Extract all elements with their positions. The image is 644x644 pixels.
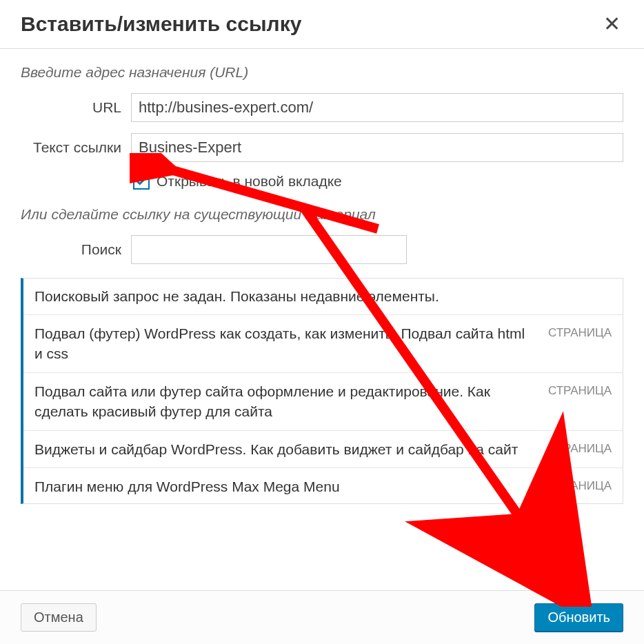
link-dialog: Вставить/изменить ссылку ✕ Введите адрес… — [0, 0, 644, 644]
result-type: СТРАНИЦА — [548, 476, 612, 493]
submit-button[interactable]: Обновить — [534, 603, 623, 632]
results-header: Поисковый запрос не задан. Показаны неда… — [23, 279, 623, 315]
existing-section-label: Или сделайте ссылку на существующий мате… — [21, 206, 623, 223]
result-title: Подвал (футер) WordPress как создать, ка… — [34, 323, 548, 364]
close-button[interactable]: ✕ — [601, 14, 623, 34]
dialog-header: Вставить/изменить ссылку ✕ — [0, 0, 644, 49]
close-icon: ✕ — [603, 12, 621, 35]
url-label: URL — [21, 99, 131, 116]
link-text-label: Текст ссылки — [21, 139, 131, 156]
link-text-row: Текст ссылки — [21, 133, 623, 162]
dialog-footer: Отмена Обновить — [0, 590, 644, 644]
url-input[interactable] — [131, 93, 623, 122]
result-title: Виджеты и сайдбар WordPress. Как добавит… — [34, 439, 548, 459]
result-title: Плагин меню для WordPress Max Mega Menu — [34, 476, 548, 496]
result-item[interactable]: Подвал (футер) WordPress как создать, ка… — [23, 315, 623, 373]
result-type: СТРАНИЦА — [548, 323, 612, 340]
check-icon — [135, 175, 148, 188]
dialog-body: Введите адрес назначения (URL) URL Текст… — [0, 49, 644, 590]
link-text-input[interactable] — [131, 133, 623, 162]
new-tab-row: Открывать в новой вкладке — [133, 173, 623, 190]
search-label: Поиск — [21, 241, 131, 258]
new-tab-checkbox[interactable] — [133, 173, 150, 190]
dialog-title: Вставить/изменить ссылку — [21, 12, 301, 36]
url-row: URL — [21, 93, 623, 122]
search-input[interactable] — [131, 235, 407, 264]
result-item[interactable]: Плагин меню для WordPress Max Mega Menu … — [23, 468, 623, 504]
cancel-button[interactable]: Отмена — [21, 603, 97, 632]
new-tab-label: Открывать в новой вкладке — [157, 173, 342, 190]
result-type: СТРАНИЦА — [548, 439, 612, 456]
result-item[interactable]: Подвал сайта или футер сайта оформление … — [23, 373, 623, 431]
result-type: СТРАНИЦА — [548, 381, 612, 398]
url-section-label: Введите адрес назначения (URL) — [21, 64, 623, 81]
result-item[interactable]: Виджеты и сайдбар WordPress. Как добавит… — [23, 431, 623, 468]
results-list[interactable]: Поисковый запрос не задан. Показаны неда… — [21, 278, 623, 504]
search-row: Поиск — [21, 235, 623, 264]
result-title: Подвал сайта или футер сайта оформление … — [34, 381, 548, 422]
